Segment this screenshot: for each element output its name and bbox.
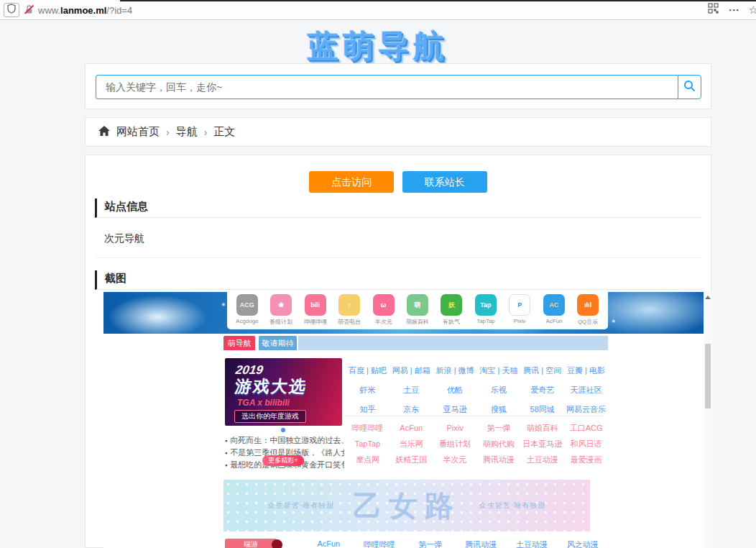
bottom-link[interactable]: 哔哩哔哩 — [354, 539, 405, 548]
pink-link[interactable]: 日本亚马逊 — [520, 436, 564, 452]
app-shortcut: ω 半次元 — [367, 294, 400, 329]
link-row: 百度 | 贴吧网易 | 邮箱新浪 | 微博淘宝 | 天猫腾讯 | 空间豆瓣 | … — [346, 361, 608, 380]
pink-link[interactable]: Pixiv — [433, 420, 477, 436]
pink-link[interactable]: 第一弹 — [476, 420, 520, 436]
bookmark-star-icon[interactable]: ☆ — [749, 4, 756, 17]
promo-title: 游戏大选 — [234, 375, 342, 398]
tab-coming-soon[interactable]: 敬请期待 — [259, 336, 297, 350]
app-icon: ılıl — [577, 294, 599, 316]
pink-link[interactable]: 和风日语 — [564, 436, 608, 452]
app-shortcut: ❀ 番组计划 — [264, 294, 298, 329]
bottom-link[interactable]: 第一弹 — [405, 539, 456, 548]
promo-subtitle: TGA x bilibili — [237, 398, 342, 408]
breadcrumb-category[interactable]: 导航 — [176, 125, 198, 139]
more-options-icon[interactable]: ⋯ — [729, 4, 740, 17]
promo-banner[interactable]: 2019 游戏大选 TGA x bilibili 选出你的年度游戏 — [225, 358, 342, 426]
link-row: 哔哩哔哩AcFunPixiv第一弹萌娘百科工口ACG — [346, 420, 608, 436]
pink-link[interactable]: 腾讯动漫 — [476, 452, 520, 467]
bottom-link[interactable]: AcFun — [303, 539, 354, 548]
otome-right-text: 众生皆苦·唯有独甜 — [479, 501, 545, 511]
search-button[interactable] — [678, 75, 701, 99]
news-item[interactable]: 向死而生：中国独立游戏的过去、现在… — [225, 434, 344, 447]
more-button[interactable]: 更多精彩+ — [262, 455, 304, 466]
site-info-heading: 站点信息 — [95, 198, 701, 218]
link-row: 摩点网妖精王国半次元腾讯动漫土豆动漫最爱漫画 — [346, 452, 608, 467]
app-label: 萌否电台 — [335, 318, 364, 326]
app-icon-glyph: ω — [381, 301, 387, 309]
app-label: TapTap — [471, 318, 500, 324]
pink-link[interactable]: 工口ACG — [564, 420, 608, 436]
app-shortcut: 妖 有妖气 — [435, 294, 468, 329]
blue-link[interactable]: 百度 | 贴吧 — [346, 361, 389, 380]
pink-link[interactable]: 妖精王国 — [389, 452, 433, 467]
contact-admin-button[interactable]: 联系站长 — [402, 171, 487, 193]
otome-road-banner[interactable]: 众生皆苦·唯有独甜 乙女路 众生皆苦·唯有独甜 — [223, 480, 590, 531]
section-divider — [95, 257, 701, 258]
search-icon — [683, 80, 696, 94]
app-icon: P — [509, 294, 530, 316]
app-shortcut: 萌 萌娘百科 — [401, 294, 434, 329]
pink-link[interactable]: 萌娘百科 — [520, 420, 564, 436]
search-card — [85, 63, 711, 109]
bottom-link[interactable]: 腾讯动漫 — [456, 539, 507, 548]
pink-link[interactable]: 土豆动漫 — [520, 452, 564, 467]
blue-link[interactable]: 网易 | 邮箱 — [389, 361, 433, 380]
blue-link[interactable]: 土豆 — [389, 380, 433, 400]
app-icon: bili — [305, 294, 326, 316]
pink-link[interactable]: 番组计划 — [433, 436, 477, 452]
url-host: lanmoe.ml — [60, 5, 106, 16]
breadcrumb-home[interactable]: 网站首页 — [116, 125, 160, 139]
breadcrumb-card: 网站首页 › 导航 › 正文 — [85, 117, 711, 147]
blue-link[interactable]: 新浪 | 微博 — [433, 361, 477, 380]
carousel-dot[interactable] — [281, 428, 285, 432]
blue-link[interactable]: 优酷 — [433, 380, 477, 400]
app-icon-glyph: ACG — [240, 301, 254, 309]
link-row: 虾米土豆优酷乐视爱奇艺天涯社区 — [346, 380, 608, 400]
scroll-up-arrow-icon[interactable] — [705, 296, 711, 299]
pink-link[interactable]: TapTap — [346, 436, 389, 452]
pink-link[interactable]: 摩点网 — [346, 452, 389, 467]
app-icon: AC — [543, 294, 565, 316]
app-shortcut: ACG Acgdoge — [231, 294, 264, 329]
app-label: Acgdoge — [232, 318, 261, 324]
bottom-tab[interactable]: 端游 — [225, 539, 277, 548]
page-title: 蓝萌导航 — [0, 26, 756, 68]
pink-link[interactable]: 哔哩哔哩 — [346, 420, 389, 436]
blue-link[interactable]: 虾米 — [346, 380, 389, 400]
app-shortcut: AC AcFun — [538, 294, 571, 329]
blue-link[interactable]: 豆瓣 | 电影 — [564, 361, 608, 380]
blue-link[interactable]: 腾讯 | 空间 — [520, 361, 564, 380]
app-icon: 萌 — [407, 294, 428, 316]
url-bar[interactable]: www.lanmoe.ml/?id=4 — [38, 5, 132, 16]
blue-link[interactable]: 淘宝 | 天猫 — [476, 361, 520, 380]
app-label: Pixiv — [505, 318, 534, 324]
url-prefix: www. — [38, 5, 60, 16]
shield-icon — [7, 4, 16, 17]
screenshot-scrollbar[interactable] — [704, 292, 712, 548]
bottom-link[interactable]: 土豆动漫 — [507, 539, 558, 548]
app-shortcut: ♪ 萌否电台 — [333, 294, 366, 329]
pink-link[interactable]: AcFun — [389, 420, 433, 436]
app-icon-glyph: ılıl — [584, 301, 591, 309]
blue-link[interactable]: 天涯社区 — [564, 380, 608, 400]
insecure-lock-icon[interactable] — [24, 4, 34, 18]
app-icon-glyph: AC — [549, 301, 558, 309]
pink-link[interactable]: 半次元 — [433, 452, 477, 467]
blue-link[interactable]: 爱奇艺 — [520, 380, 564, 400]
tracking-protection-button[interactable] — [4, 3, 19, 17]
search-input[interactable] — [96, 75, 678, 99]
screenshot-heading: 截图 — [95, 270, 701, 290]
visit-site-button[interactable]: 点击访问 — [309, 171, 394, 193]
pink-link[interactable]: 当乐网 — [389, 436, 433, 452]
pink-link[interactable]: 萌购代购 — [476, 436, 520, 452]
breadcrumb: 网站首页 › 导航 › 正文 — [98, 118, 235, 146]
tab-moe-nav[interactable]: 萌导航 — [223, 336, 255, 350]
app-label: AcFun — [540, 318, 568, 324]
blue-link[interactable]: 乐视 — [476, 380, 520, 400]
qr-page-action-icon[interactable] — [708, 3, 719, 17]
pink-link[interactable]: 最爱漫画 — [564, 452, 608, 467]
bottom-link[interactable]: 风之动漫 — [557, 539, 608, 548]
app-icon-glyph: P — [517, 301, 522, 309]
scrollbar-thumb[interactable] — [705, 344, 711, 408]
site-info-content: 次元导航 — [104, 232, 144, 245]
